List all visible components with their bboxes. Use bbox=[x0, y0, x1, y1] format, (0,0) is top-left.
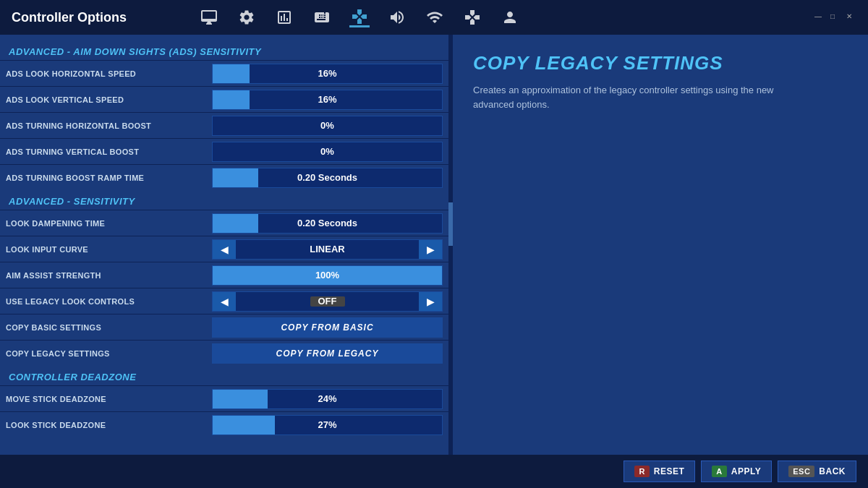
scroll-thumb[interactable] bbox=[448, 202, 453, 246]
ads-turning-h-boost-row: ADS TURNING HORIZONTAL BOOST 0% bbox=[0, 112, 448, 138]
look-dampening-label: LOOK DAMPENING TIME bbox=[6, 219, 212, 228]
apply-key: A bbox=[712, 466, 726, 477]
move-stick-deadzone-label: MOVE STICK DEADZONE bbox=[6, 395, 212, 403]
legacy-look-value: OFF bbox=[236, 296, 419, 307]
look-input-curve-label: LOOK INPUT CURVE bbox=[6, 245, 212, 254]
copy-legacy-row: COPY LEGACY SETTINGS COPY FROM LEGACY bbox=[0, 340, 448, 366]
section-header-sensitivity: ADVANCED - SENSITIVITY bbox=[0, 190, 448, 210]
keyboard-icon[interactable] bbox=[312, 7, 332, 27]
use-legacy-look-label: USE LEGACY LOOK CONTROLS bbox=[6, 297, 212, 306]
ads-horizontal-speed-label: ADS LOOK HORIZONTAL SPEED bbox=[6, 69, 212, 78]
ads-turning-v-boost-row: ADS TURNING VERTICAL BOOST 0% bbox=[0, 138, 448, 164]
display-icon[interactable] bbox=[274, 7, 294, 27]
look-dampening-row: LOOK DAMPENING TIME 0.20 Seconds bbox=[0, 210, 448, 236]
legacy-arrow-control: ◀ OFF ▶ bbox=[213, 292, 442, 311]
apply-label: APPLY bbox=[731, 466, 761, 476]
move-stick-deadzone-row: MOVE STICK DEADZONE 24% bbox=[0, 385, 448, 411]
ads-vertical-speed-row: ADS LOOK VERTICAL SPEED 16% bbox=[0, 86, 448, 112]
copy-basic-row: COPY BASIC SETTINGS COPY FROM BASIC bbox=[0, 314, 448, 340]
back-label: BACK bbox=[819, 466, 846, 476]
audio-icon[interactable] bbox=[387, 7, 407, 27]
maximize-btn[interactable]: □ bbox=[830, 12, 841, 22]
ads-ramp-time-control[interactable]: 0.20 Seconds bbox=[212, 168, 443, 188]
ads-ramp-time-value: 0.20 Seconds bbox=[297, 172, 357, 183]
back-button[interactable]: ESC BACK bbox=[778, 461, 856, 482]
ads-vertical-speed-control[interactable]: 16% bbox=[212, 90, 443, 110]
reset-key: R bbox=[634, 466, 649, 477]
ads-horizontal-speed-control[interactable]: 16% bbox=[212, 64, 443, 84]
ads-turning-h-boost-label: ADS TURNING HORIZONTAL BOOST bbox=[6, 121, 212, 130]
network-icon[interactable] bbox=[425, 7, 445, 27]
ads-horizontal-speed-value: 16% bbox=[318, 68, 336, 79]
panel-description: Creates an approximation of the legacy c… bbox=[473, 83, 777, 111]
use-legacy-look-control[interactable]: ◀ OFF ▶ bbox=[212, 291, 443, 312]
ads-vertical-speed-label: ADS LOOK VERTICAL SPEED bbox=[6, 95, 212, 104]
move-stick-deadzone-control[interactable]: 24% bbox=[212, 389, 443, 409]
copy-from-basic-btn[interactable]: COPY FROM BASIC bbox=[213, 318, 442, 337]
profile-icon[interactable] bbox=[500, 7, 520, 27]
look-input-next-btn[interactable]: ▶ bbox=[419, 240, 442, 259]
reset-button[interactable]: R RESET bbox=[624, 461, 695, 482]
look-input-prev-btn[interactable]: ◀ bbox=[213, 240, 236, 259]
reset-label: RESET bbox=[654, 466, 685, 476]
title-bar: Controller Options bbox=[0, 0, 868, 35]
ads-ramp-time-row: ADS TURNING BOOST RAMP TIME 0.20 Seconds bbox=[0, 164, 448, 190]
nav-icons bbox=[199, 7, 520, 27]
look-stick-deadzone-label: LOOK STICK DEADZONE bbox=[6, 421, 212, 429]
window-controls: — □ ✕ bbox=[814, 12, 856, 22]
look-dampening-value: 0.20 Seconds bbox=[297, 218, 357, 228]
legacy-off-label: OFF bbox=[318, 296, 337, 307]
look-stick-deadzone-value: 27% bbox=[318, 419, 336, 430]
copy-legacy-label: COPY LEGACY SETTINGS bbox=[6, 349, 212, 358]
look-input-curve-row: LOOK INPUT CURVE ◀ LINEAR ▶ bbox=[0, 236, 448, 262]
ads-turning-v-boost-value: 0% bbox=[320, 146, 334, 157]
main-content: ADVANCED - AIM DOWN SIGHTS (ADS) SENSITI… bbox=[0, 35, 868, 455]
look-input-value: LINEAR bbox=[236, 244, 419, 254]
ads-turning-v-boost-label: ADS TURNING VERTICAL BOOST bbox=[6, 147, 212, 156]
look-stick-deadzone-row: LOOK STICK DEADZONE 27% bbox=[0, 411, 448, 437]
use-legacy-look-row: USE LEGACY LOOK CONTROLS ◀ OFF ▶ bbox=[0, 288, 448, 314]
move-stick-deadzone-value: 24% bbox=[318, 393, 336, 404]
bottom-bar: R RESET A APPLY ESC BACK bbox=[0, 455, 868, 488]
ads-turning-h-boost-value: 0% bbox=[320, 120, 334, 131]
back-key: ESC bbox=[788, 466, 814, 477]
monitor-icon[interactable] bbox=[199, 7, 219, 27]
aim-assist-control[interactable]: 100% bbox=[212, 265, 443, 286]
look-input-curve-control[interactable]: ◀ LINEAR ▶ bbox=[212, 239, 443, 260]
aim-assist-value: 100% bbox=[315, 270, 339, 281]
ads-horizontal-speed-row: ADS LOOK HORIZONTAL SPEED 16% bbox=[0, 60, 448, 86]
left-panel: ADVANCED - AIM DOWN SIGHTS (ADS) SENSITI… bbox=[0, 35, 448, 455]
ads-turning-v-boost-control[interactable]: 0% bbox=[212, 142, 443, 162]
window-title: Controller Options bbox=[12, 10, 127, 25]
controller-icon-nav[interactable] bbox=[349, 7, 370, 27]
copy-basic-control[interactable]: COPY FROM BASIC bbox=[212, 317, 443, 338]
copy-from-legacy-btn[interactable]: COPY FROM LEGACY bbox=[213, 344, 442, 363]
minimize-btn[interactable]: — bbox=[814, 12, 825, 22]
panel-title: COPY LEGACY SETTINGS bbox=[473, 52, 848, 74]
ads-turning-h-boost-control[interactable]: 0% bbox=[212, 116, 443, 136]
section-header-deadzone: CONTROLLER DEADZONE bbox=[0, 366, 448, 385]
gear-icon[interactable] bbox=[237, 7, 257, 27]
ads-ramp-time-label: ADS TURNING BOOST RAMP TIME bbox=[6, 174, 212, 182]
copy-legacy-control[interactable]: COPY FROM LEGACY bbox=[212, 343, 443, 364]
legacy-look-next-btn[interactable]: ▶ bbox=[419, 292, 442, 311]
gamepad-icon[interactable] bbox=[462, 7, 482, 27]
look-dampening-control[interactable]: 0.20 Seconds bbox=[212, 213, 443, 234]
look-stick-deadzone-control[interactable]: 27% bbox=[212, 415, 443, 435]
apply-button[interactable]: A APPLY bbox=[701, 461, 772, 482]
aim-assist-label: AIM ASSIST STRENGTH bbox=[6, 271, 212, 280]
ads-vertical-speed-value: 16% bbox=[318, 94, 336, 105]
arrow-control: ◀ LINEAR ▶ bbox=[213, 240, 442, 259]
aim-assist-row: AIM ASSIST STRENGTH 100% bbox=[0, 262, 448, 288]
scrollbar[interactable] bbox=[448, 35, 453, 455]
copy-basic-label: COPY BASIC SETTINGS bbox=[6, 323, 212, 332]
legacy-look-prev-btn[interactable]: ◀ bbox=[213, 292, 236, 311]
close-btn[interactable]: ✕ bbox=[846, 12, 856, 22]
section-header-ads: ADVANCED - AIM DOWN SIGHTS (ADS) SENSITI… bbox=[0, 40, 448, 60]
right-panel: COPY LEGACY SETTINGS Creates an approxim… bbox=[453, 35, 868, 455]
